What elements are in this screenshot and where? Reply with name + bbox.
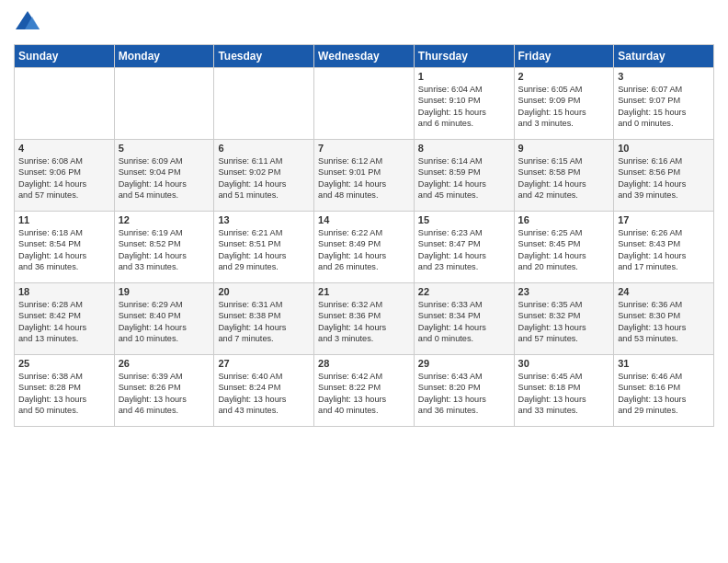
calendar-week-3: 11Sunrise: 6:18 AM Sunset: 8:54 PM Dayli… (15, 212, 714, 283)
daylight-info: Sunrise: 6:46 AM Sunset: 8:16 PM Dayligh… (618, 372, 686, 415)
day-header-saturday: Saturday (614, 45, 714, 68)
day-header-sunday: Sunday (15, 45, 115, 68)
calendar-cell: 16Sunrise: 6:25 AM Sunset: 8:45 PM Dayli… (514, 212, 614, 283)
day-number: 7 (318, 143, 410, 154)
day-number: 27 (218, 358, 310, 369)
day-number: 31 (618, 358, 710, 369)
calendar-cell: 7Sunrise: 6:12 AM Sunset: 9:01 PM Daylig… (314, 140, 415, 212)
daylight-info: Sunrise: 6:15 AM Sunset: 8:58 PM Dayligh… (518, 156, 586, 200)
day-number: 9 (518, 143, 610, 154)
daylight-info: Sunrise: 6:25 AM Sunset: 8:45 PM Dayligh… (518, 228, 586, 271)
calendar-cell: 21Sunrise: 6:32 AM Sunset: 8:36 PM Dayli… (314, 283, 415, 355)
daylight-info: Sunrise: 6:19 AM Sunset: 8:52 PM Dayligh… (119, 228, 187, 271)
day-number: 3 (618, 71, 710, 82)
calendar-cell (314, 68, 415, 140)
day-number: 18 (18, 286, 110, 297)
daylight-info: Sunrise: 6:05 AM Sunset: 9:09 PM Dayligh… (518, 85, 586, 128)
day-number: 20 (218, 286, 310, 297)
day-number: 16 (518, 214, 610, 225)
daylight-info: Sunrise: 6:16 AM Sunset: 8:56 PM Dayligh… (618, 156, 686, 200)
calendar-cell: 3Sunrise: 6:07 AM Sunset: 9:07 PM Daylig… (614, 68, 714, 140)
day-number: 14 (318, 214, 410, 225)
calendar-cell: 5Sunrise: 6:09 AM Sunset: 9:04 PM Daylig… (114, 140, 214, 212)
calendar-cell: 26Sunrise: 6:39 AM Sunset: 8:26 PM Dayli… (114, 355, 214, 427)
day-number: 23 (518, 286, 610, 297)
calendar-cell (214, 68, 314, 140)
calendar-cell: 20Sunrise: 6:31 AM Sunset: 8:38 PM Dayli… (214, 283, 314, 355)
calendar-cell: 24Sunrise: 6:36 AM Sunset: 8:30 PM Dayli… (614, 283, 714, 355)
daylight-info: Sunrise: 6:42 AM Sunset: 8:22 PM Dayligh… (318, 372, 386, 415)
daylight-info: Sunrise: 6:39 AM Sunset: 8:26 PM Dayligh… (119, 372, 187, 415)
day-number: 5 (119, 143, 210, 154)
calendar-week-2: 4Sunrise: 6:08 AM Sunset: 9:06 PM Daylig… (15, 140, 714, 212)
day-header-thursday: Thursday (414, 45, 514, 68)
daylight-info: Sunrise: 6:08 AM Sunset: 9:06 PM Dayligh… (18, 156, 86, 200)
calendar-cell: 23Sunrise: 6:35 AM Sunset: 8:32 PM Dayli… (514, 283, 614, 355)
daylight-info: Sunrise: 6:32 AM Sunset: 8:36 PM Dayligh… (318, 300, 386, 343)
day-number: 13 (218, 214, 310, 225)
calendar-cell: 15Sunrise: 6:23 AM Sunset: 8:47 PM Dayli… (414, 212, 514, 283)
calendar-header-row: SundayMondayTuesdayWednesdayThursdayFrid… (15, 45, 714, 68)
day-number: 17 (618, 214, 710, 225)
day-number: 2 (518, 71, 610, 82)
calendar-cell: 9Sunrise: 6:15 AM Sunset: 8:58 PM Daylig… (514, 140, 614, 212)
day-header-monday: Monday (114, 45, 214, 68)
daylight-info: Sunrise: 6:28 AM Sunset: 8:42 PM Dayligh… (18, 300, 86, 343)
daylight-info: Sunrise: 6:35 AM Sunset: 8:32 PM Dayligh… (518, 300, 586, 343)
calendar-cell: 6Sunrise: 6:11 AM Sunset: 9:02 PM Daylig… (214, 140, 314, 212)
logo (14, 9, 44, 37)
calendar-week-1: 1Sunrise: 6:04 AM Sunset: 9:10 PM Daylig… (15, 68, 714, 140)
calendar-cell: 29Sunrise: 6:43 AM Sunset: 8:20 PM Dayli… (414, 355, 514, 427)
daylight-info: Sunrise: 6:36 AM Sunset: 8:30 PM Dayligh… (618, 300, 686, 343)
day-number: 21 (318, 286, 410, 297)
day-header-wednesday: Wednesday (314, 45, 415, 68)
daylight-info: Sunrise: 6:29 AM Sunset: 8:40 PM Dayligh… (119, 300, 187, 343)
day-header-tuesday: Tuesday (214, 45, 314, 68)
calendar-cell: 14Sunrise: 6:22 AM Sunset: 8:49 PM Dayli… (314, 212, 415, 283)
calendar-table: SundayMondayTuesdayWednesdayThursdayFrid… (14, 44, 714, 427)
day-number: 4 (18, 143, 110, 154)
calendar-cell: 2Sunrise: 6:05 AM Sunset: 9:09 PM Daylig… (514, 68, 614, 140)
header (14, 9, 714, 37)
page-container: SundayMondayTuesdayWednesdayThursdayFrid… (0, 0, 728, 431)
daylight-info: Sunrise: 6:33 AM Sunset: 8:34 PM Dayligh… (418, 300, 486, 343)
calendar-cell: 17Sunrise: 6:26 AM Sunset: 8:43 PM Dayli… (614, 212, 714, 283)
day-number: 19 (119, 286, 210, 297)
calendar-cell: 11Sunrise: 6:18 AM Sunset: 8:54 PM Dayli… (15, 212, 115, 283)
calendar-week-5: 25Sunrise: 6:38 AM Sunset: 8:28 PM Dayli… (15, 355, 714, 427)
day-number: 24 (618, 286, 710, 297)
calendar-cell: 8Sunrise: 6:14 AM Sunset: 8:59 PM Daylig… (414, 140, 514, 212)
daylight-info: Sunrise: 6:38 AM Sunset: 8:28 PM Dayligh… (18, 372, 86, 415)
day-number: 30 (518, 358, 610, 369)
daylight-info: Sunrise: 6:04 AM Sunset: 9:10 PM Dayligh… (418, 85, 486, 128)
calendar-cell: 12Sunrise: 6:19 AM Sunset: 8:52 PM Dayli… (114, 212, 214, 283)
day-number: 8 (418, 143, 510, 154)
daylight-info: Sunrise: 6:11 AM Sunset: 9:02 PM Dayligh… (218, 156, 286, 200)
daylight-info: Sunrise: 6:23 AM Sunset: 8:47 PM Dayligh… (418, 228, 486, 271)
calendar-cell: 27Sunrise: 6:40 AM Sunset: 8:24 PM Dayli… (214, 355, 314, 427)
day-number: 15 (418, 214, 510, 225)
calendar-cell: 25Sunrise: 6:38 AM Sunset: 8:28 PM Dayli… (15, 355, 115, 427)
calendar-cell: 28Sunrise: 6:42 AM Sunset: 8:22 PM Dayli… (314, 355, 415, 427)
daylight-info: Sunrise: 6:14 AM Sunset: 8:59 PM Dayligh… (418, 156, 486, 200)
day-number: 26 (119, 358, 210, 369)
calendar-cell: 1Sunrise: 6:04 AM Sunset: 9:10 PM Daylig… (414, 68, 514, 140)
daylight-info: Sunrise: 6:12 AM Sunset: 9:01 PM Dayligh… (318, 156, 386, 200)
calendar-cell (15, 68, 115, 140)
day-number: 1 (418, 71, 510, 82)
day-number: 11 (18, 214, 110, 225)
calendar-cell: 4Sunrise: 6:08 AM Sunset: 9:06 PM Daylig… (15, 140, 115, 212)
calendar-week-4: 18Sunrise: 6:28 AM Sunset: 8:42 PM Dayli… (15, 283, 714, 355)
daylight-info: Sunrise: 6:45 AM Sunset: 8:18 PM Dayligh… (518, 372, 586, 415)
calendar-cell: 22Sunrise: 6:33 AM Sunset: 8:34 PM Dayli… (414, 283, 514, 355)
day-number: 6 (218, 143, 310, 154)
daylight-info: Sunrise: 6:21 AM Sunset: 8:51 PM Dayligh… (218, 228, 286, 271)
day-number: 28 (318, 358, 410, 369)
daylight-info: Sunrise: 6:40 AM Sunset: 8:24 PM Dayligh… (218, 372, 286, 415)
daylight-info: Sunrise: 6:22 AM Sunset: 8:49 PM Dayligh… (318, 228, 386, 271)
daylight-info: Sunrise: 6:18 AM Sunset: 8:54 PM Dayligh… (18, 228, 86, 271)
daylight-info: Sunrise: 6:09 AM Sunset: 9:04 PM Dayligh… (119, 156, 187, 200)
daylight-info: Sunrise: 6:31 AM Sunset: 8:38 PM Dayligh… (218, 300, 286, 343)
day-number: 10 (618, 143, 710, 154)
calendar-cell: 18Sunrise: 6:28 AM Sunset: 8:42 PM Dayli… (15, 283, 115, 355)
